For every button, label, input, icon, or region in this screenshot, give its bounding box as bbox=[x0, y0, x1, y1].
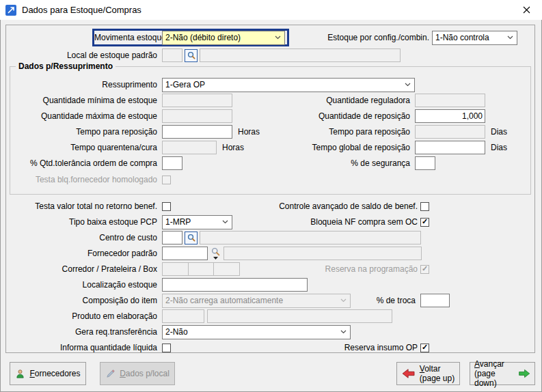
group-ressuprimento: Dados p/Ressuprimento Ressuprimento 1-Ge… bbox=[10, 66, 531, 195]
qtd-minima-label: Quantidade mínima de estoque bbox=[10, 96, 162, 105]
ressuprimento-combo[interactable]: 1-Gera OP bbox=[162, 78, 415, 92]
voltar-button[interactable]: Voltar (page up) bbox=[396, 362, 460, 385]
tempo-quarentena-label: Tempo quarentena/cura bbox=[10, 143, 162, 152]
chevron-down-icon bbox=[507, 36, 513, 40]
seguranca-label: % de segurança bbox=[212, 158, 415, 168]
fornecedores-button-label: Fornecedores bbox=[29, 369, 80, 378]
tempo-global-input[interactable] bbox=[415, 141, 485, 154]
row-local-estoque: Local de estoque padrão bbox=[6, 48, 534, 62]
reserva-programacao-checkbox bbox=[420, 265, 429, 274]
bloqueia-nf-checkbox[interactable] bbox=[420, 218, 429, 227]
reserva-programacao-label: Reserva na programação bbox=[211, 264, 420, 274]
local-estoque-lookup-button[interactable] bbox=[185, 49, 198, 62]
qtd-reposicao-input[interactable] bbox=[415, 109, 485, 123]
prateleira-input bbox=[188, 262, 214, 276]
fornecedor-padrao-code-input[interactable] bbox=[162, 247, 208, 260]
centro-custo-label: Centro de custo bbox=[6, 233, 162, 242]
fornecedores-button[interactable]: Fornecedores bbox=[10, 362, 86, 385]
person-icon bbox=[15, 369, 25, 379]
ressuprimento-label: Ressuprimento bbox=[10, 80, 162, 89]
produto-elaboracao-name-input bbox=[207, 309, 392, 323]
localizacao-label: Localização estoque bbox=[6, 280, 162, 290]
dialog-dados-estoque-compras: Dados para Estoque/Compras Movimenta est… bbox=[0, 0, 542, 392]
local-estoque-name-input bbox=[200, 48, 401, 62]
row-gera-req: Gera req.transferência 2-Não bbox=[6, 325, 534, 339]
tolerancia-oc-label: % Qtd.tolerância ordem de compra bbox=[10, 158, 162, 168]
controle-avancado-checkbox[interactable] bbox=[420, 202, 429, 211]
movimenta-estoque-value: 2-Não (débito direto) bbox=[165, 33, 241, 42]
row-localizacao: Localização estoque bbox=[6, 278, 534, 292]
reserva-insumo-checkbox[interactable] bbox=[420, 344, 429, 352]
testa-blq-checkbox bbox=[162, 176, 171, 184]
app-icon bbox=[5, 5, 16, 16]
titlebar: Dados para Estoque/Compras bbox=[0, 0, 542, 20]
local-estoque-code-input bbox=[162, 48, 182, 62]
localizacao-input[interactable] bbox=[162, 278, 308, 292]
tempo-global-unit: Dias bbox=[491, 143, 507, 152]
tolerancia-oc-input[interactable] bbox=[162, 156, 182, 170]
row-tolerancia: % Qtd.tolerância ordem de compra % de se… bbox=[10, 156, 530, 170]
seguranca-input[interactable] bbox=[415, 156, 435, 170]
tempo-quarentena-input bbox=[162, 141, 217, 154]
edit-pencil-icon bbox=[105, 369, 116, 379]
search-icon bbox=[211, 247, 220, 256]
tempo-global-label: Tempo global de reposição bbox=[212, 143, 415, 152]
tempo-reposicao-dias-label: Tempo para reposição bbox=[212, 127, 415, 137]
produto-elaboracao-label: Produto em elaboração bbox=[6, 311, 162, 321]
avancar-button[interactable]: Avançar (page down) bbox=[470, 362, 535, 385]
dados-p-local-button: Dados p/local bbox=[100, 362, 175, 385]
composicao-label: Composição do item bbox=[6, 296, 162, 305]
centro-custo-name-input bbox=[200, 231, 421, 244]
centro-custo-code-input[interactable] bbox=[162, 231, 182, 244]
row-testa-blq: Testa blq.fornecedor homologado bbox=[10, 173, 530, 186]
troca-label: % de troca bbox=[314, 296, 416, 305]
estoque-config-combo[interactable]: 1-Não controla bbox=[432, 31, 517, 45]
search-icon bbox=[187, 51, 195, 59]
row-informa-liquida: Informa quantidade líquida Reserva insum… bbox=[6, 341, 534, 354]
movimenta-estoque-field: Movimenta estoque 2-Não (débito direto) bbox=[92, 29, 289, 46]
arrow-left-icon bbox=[402, 368, 416, 379]
row-qtd-minima: Quantidade mínima de estoque Quantidade … bbox=[10, 94, 530, 107]
informa-liquida-label: Informa quantidade líquida bbox=[6, 343, 162, 352]
qtd-maxima-label: Quantidade máxima de estoque bbox=[10, 111, 162, 121]
tempo-reposicao-dias-unit: Dias bbox=[491, 127, 507, 137]
row-centro-custo: Centro de custo bbox=[6, 231, 534, 244]
qtd-reposicao-label: Quantidade de reposição bbox=[212, 111, 415, 121]
row-ressuprimento: Ressuprimento 1-Gera OP bbox=[10, 78, 530, 92]
voltar-button-label: Voltar (page up) bbox=[420, 364, 455, 383]
movimenta-estoque-label: Movimenta estoque bbox=[94, 33, 162, 42]
row-composicao: Composição do item 2-Não carrega automat… bbox=[6, 294, 534, 307]
testa-valor-checkbox[interactable] bbox=[162, 202, 171, 211]
gera-req-value: 2-Não bbox=[165, 327, 188, 337]
row-produto-elaboracao: Produto em elaboração bbox=[6, 309, 534, 323]
chevron-down-icon bbox=[405, 83, 411, 87]
row-qtd-maxima: Quantidade máxima de estoque Quantidade … bbox=[10, 109, 530, 123]
tipo-baixa-value: 1-MRP bbox=[165, 217, 191, 227]
qtd-reguladora-label: Quantidade reguladora bbox=[212, 96, 415, 105]
window-title: Dados para Estoque/Compras bbox=[22, 5, 141, 15]
row-movimenta: Movimenta estoque 2-Não (débito direto) … bbox=[6, 29, 534, 46]
row-fornecedor-padrao: Fornecedor padrão bbox=[6, 247, 534, 260]
movimenta-estoque-combo[interactable]: 2-Não (débito direto) bbox=[162, 31, 285, 45]
estoque-config-label: Estoque por config./combin. bbox=[297, 33, 429, 42]
controle-avancado-label: Controle avançado de saldo de benef. bbox=[211, 201, 420, 211]
group-ressuprimento-title: Dados p/Ressuprimento bbox=[16, 61, 116, 71]
centro-custo-lookup-button[interactable] bbox=[185, 232, 198, 244]
fornecedor-padrao-lookup-button[interactable] bbox=[211, 247, 220, 260]
estoque-config-value: 1-Não controla bbox=[435, 33, 489, 42]
tipo-baixa-label: Tipo baixa estoque PCP bbox=[6, 217, 162, 227]
gera-req-label: Gera req.transferência bbox=[6, 327, 162, 337]
composicao-value: 2-Não carrega automaticamente bbox=[165, 296, 283, 305]
chevron-down-icon bbox=[340, 330, 347, 334]
corredor-input bbox=[162, 262, 189, 276]
bloqueia-nf-label: Bloqueia NF compra sem OC bbox=[211, 217, 420, 227]
close-icon[interactable] bbox=[511, 0, 542, 20]
tempo-reposicao-horas-label: Tempo para reposição bbox=[10, 127, 162, 137]
troca-input[interactable] bbox=[420, 294, 450, 307]
ressuprimento-value: 1-Gera OP bbox=[165, 80, 205, 89]
gera-req-combo[interactable]: 2-Não bbox=[162, 325, 351, 339]
row-corredor: Corredor / Prateleira / Box Reserva na p… bbox=[6, 262, 534, 276]
informa-liquida-checkbox[interactable] bbox=[162, 344, 171, 352]
reserva-insumo-label: Reserva insumo OP bbox=[211, 343, 420, 352]
dados-p-local-button-label: Dados p/local bbox=[120, 369, 170, 378]
